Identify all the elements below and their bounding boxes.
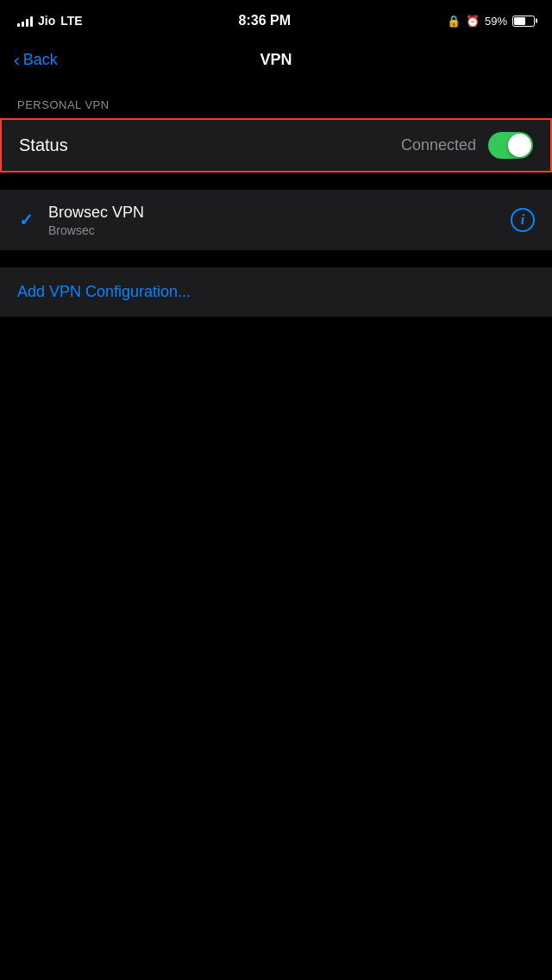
alarm-icon: ⏰ — [466, 15, 480, 28]
status-row: Status Connected — [19, 120, 533, 171]
add-vpn-link[interactable]: Add VPN Configuration... — [17, 283, 191, 300]
section-header-personal-vpn: PERSONAL VPN — [0, 81, 552, 118]
status-time: 8:36 PM — [239, 13, 291, 28]
back-label: Back — [23, 51, 58, 69]
vpn-provider: Browsec — [48, 223, 497, 237]
signal-bars-icon — [17, 15, 33, 27]
vpn-name: Browsec VPN — [48, 204, 497, 222]
battery-icon — [512, 16, 535, 27]
divider-1 — [0, 173, 552, 190]
checkmark-icon: ✓ — [17, 210, 34, 230]
add-vpn-row[interactable]: Add VPN Configuration... — [0, 267, 552, 317]
vpn-toggle[interactable] — [488, 132, 533, 159]
network-type-label: LTE — [60, 14, 82, 28]
carrier-label: Jio — [38, 14, 55, 28]
status-right: 🔒 ⏰ 59% — [447, 15, 535, 28]
vpn-info: Browsec VPN Browsec — [48, 204, 497, 237]
toggle-thumb — [508, 134, 531, 157]
vpn-list-item[interactable]: ✓ Browsec VPN Browsec i — [0, 190, 552, 250]
page-title: VPN — [260, 51, 292, 69]
battery-percentage: 59% — [485, 15, 507, 28]
status-row-container: Status Connected — [0, 118, 552, 173]
back-chevron-icon: ‹ — [14, 51, 20, 68]
nav-bar: ‹ Back VPN — [0, 38, 552, 81]
status-left: Jio LTE — [17, 14, 83, 28]
vpn-info-button[interactable]: i — [511, 208, 535, 232]
status-bar: Jio LTE 8:36 PM 🔒 ⏰ 59% — [0, 0, 552, 38]
status-right-group: Connected — [401, 132, 533, 159]
status-label: Status — [19, 135, 68, 155]
back-button[interactable]: ‹ Back — [14, 51, 58, 69]
status-value: Connected — [401, 136, 476, 154]
lock-icon: 🔒 — [447, 15, 461, 28]
